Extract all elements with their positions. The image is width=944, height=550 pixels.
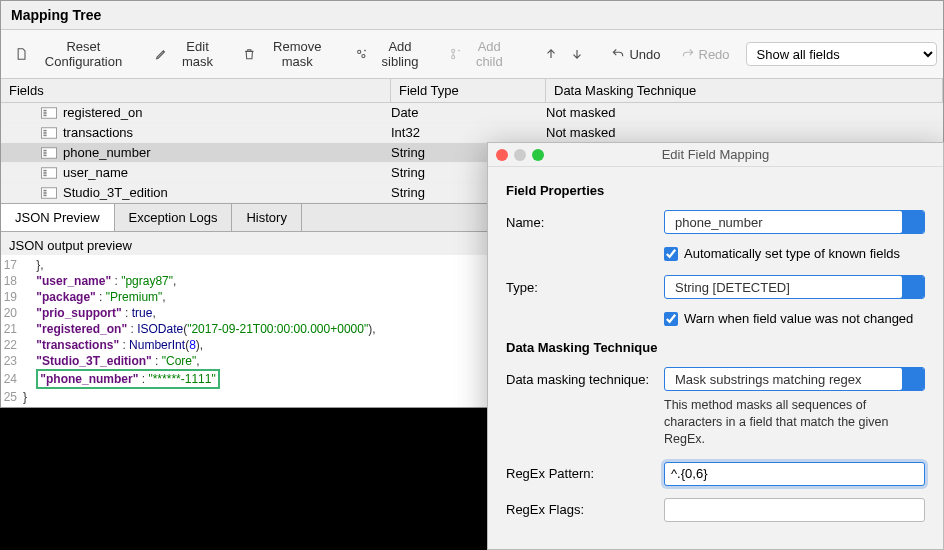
field-type-icon (41, 127, 57, 139)
arrow-down-icon (570, 47, 584, 61)
name-select[interactable]: phone_number (664, 210, 925, 234)
toolbar: Reset Configuration Edit mask Remove mas… (1, 30, 943, 79)
type-select[interactable]: String [DETECTED] (664, 275, 925, 299)
redo-icon (681, 47, 695, 61)
edit-mask-button[interactable]: Edit mask (147, 35, 231, 73)
edit-field-mapping-dialog: Edit Field Mapping Field Properties Name… (487, 142, 944, 550)
reset-button[interactable]: Reset Configuration (7, 35, 143, 73)
field-name: transactions (63, 125, 133, 140)
redo-button: Redo (673, 43, 738, 66)
svg-rect-17 (43, 169, 46, 171)
field-name: registered_on (63, 105, 143, 120)
add-sibling-icon (355, 47, 368, 61)
reset-label: Reset Configuration (32, 39, 136, 69)
svg-rect-5 (43, 109, 46, 111)
regex-input[interactable] (664, 462, 925, 486)
col-fields: Fields (1, 79, 391, 102)
tab-history[interactable]: History (232, 204, 301, 231)
svg-point-0 (357, 50, 360, 53)
field-type: Int32 (391, 125, 546, 140)
field-mask: Not masked (546, 125, 943, 140)
add-sibling-button[interactable]: Add sibling (347, 35, 437, 73)
field-name: Studio_3T_edition (63, 185, 168, 200)
dmt-select[interactable]: Mask substrings matching regex (664, 367, 925, 391)
type-label: Type: (506, 280, 654, 295)
warn-label: Warn when field value was not changed (684, 311, 913, 326)
svg-point-3 (451, 56, 454, 59)
auto-type-checkbox[interactable] (664, 247, 678, 261)
move-down-button[interactable] (566, 45, 588, 63)
dialog-title: Edit Field Mapping (488, 147, 943, 162)
col-type: Field Type (391, 79, 546, 102)
svg-rect-10 (43, 132, 46, 134)
section-field-properties: Field Properties (506, 183, 925, 198)
add-sibling-label: Add sibling (371, 39, 428, 69)
svg-rect-15 (43, 154, 46, 156)
move-up-button[interactable] (540, 45, 562, 63)
svg-rect-18 (43, 172, 46, 174)
redo-label: Redo (699, 47, 730, 62)
filter-select[interactable]: Show all fields (746, 42, 937, 66)
edit-label: Edit mask (172, 39, 223, 69)
add-child-button: Add child (441, 35, 522, 73)
field-name: phone_number (63, 145, 150, 160)
field-type-icon (41, 167, 57, 179)
field-mask: Not masked (546, 105, 943, 120)
undo-icon (611, 47, 625, 61)
svg-rect-6 (43, 112, 46, 114)
add-child-label: Add child (465, 39, 513, 69)
field-type-icon (41, 187, 57, 199)
add-child-icon (449, 47, 462, 61)
dialog-titlebar: Edit Field Mapping (488, 143, 943, 167)
arrow-up-icon (544, 47, 558, 61)
auto-type-label: Automatically set type of known fields (684, 246, 900, 261)
table-header: Fields Field Type Data Masking Technique (1, 79, 943, 103)
svg-point-1 (362, 55, 365, 58)
dmt-label: Data masking technique: (506, 372, 654, 387)
remove-mask-button[interactable]: Remove mask (235, 35, 343, 73)
table-row[interactable]: registered_onDateNot masked (1, 103, 943, 123)
undo-button[interactable]: Undo (603, 43, 668, 66)
flags-label: RegEx Flags: (506, 502, 654, 517)
field-type-icon (41, 147, 57, 159)
table-row[interactable]: transactionsInt32Not masked (1, 123, 943, 143)
pencil-icon (155, 47, 168, 61)
field-name: user_name (63, 165, 128, 180)
regex-label: RegEx Pattern: (506, 466, 654, 481)
document-icon (15, 47, 28, 61)
trash-icon (243, 47, 256, 61)
field-type: Date (391, 105, 546, 120)
svg-rect-23 (43, 194, 46, 196)
col-mask: Data Masking Technique (546, 79, 943, 102)
warn-checkbox[interactable] (664, 312, 678, 326)
undo-label: Undo (629, 47, 660, 62)
svg-rect-21 (43, 189, 46, 191)
svg-rect-19 (43, 174, 46, 176)
svg-rect-14 (43, 152, 46, 154)
panel-title: Mapping Tree (1, 1, 943, 30)
field-type-icon (41, 107, 57, 119)
section-data-masking: Data Masking Technique (506, 340, 925, 355)
svg-rect-22 (43, 192, 46, 194)
svg-rect-9 (43, 129, 46, 131)
tab-json-preview[interactable]: JSON Preview (1, 204, 115, 231)
name-label: Name: (506, 215, 654, 230)
dmt-description: This method masks all sequences of chara… (664, 397, 925, 448)
flags-input[interactable] (664, 498, 925, 522)
svg-point-2 (451, 49, 454, 52)
remove-label: Remove mask (260, 39, 335, 69)
svg-rect-7 (43, 114, 46, 116)
svg-rect-13 (43, 149, 46, 151)
tab-exception-logs[interactable]: Exception Logs (115, 204, 233, 231)
svg-rect-11 (43, 134, 46, 136)
